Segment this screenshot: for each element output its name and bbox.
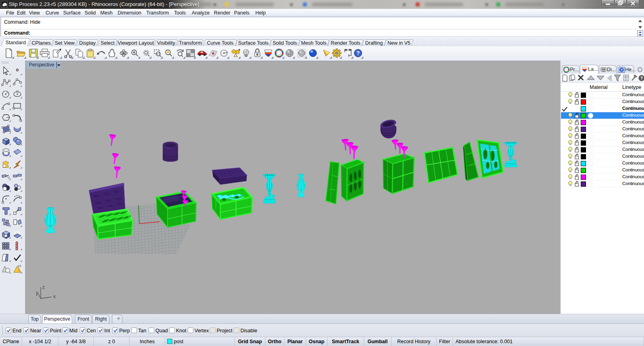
svg-text:?: ? (621, 68, 623, 72)
svg-text:x: x (53, 294, 56, 299)
svg-text:?: ? (640, 76, 643, 80)
svg-text:?: ? (356, 50, 360, 56)
svg-text:y: y (36, 290, 38, 296)
svg-text:z: z (42, 284, 45, 290)
